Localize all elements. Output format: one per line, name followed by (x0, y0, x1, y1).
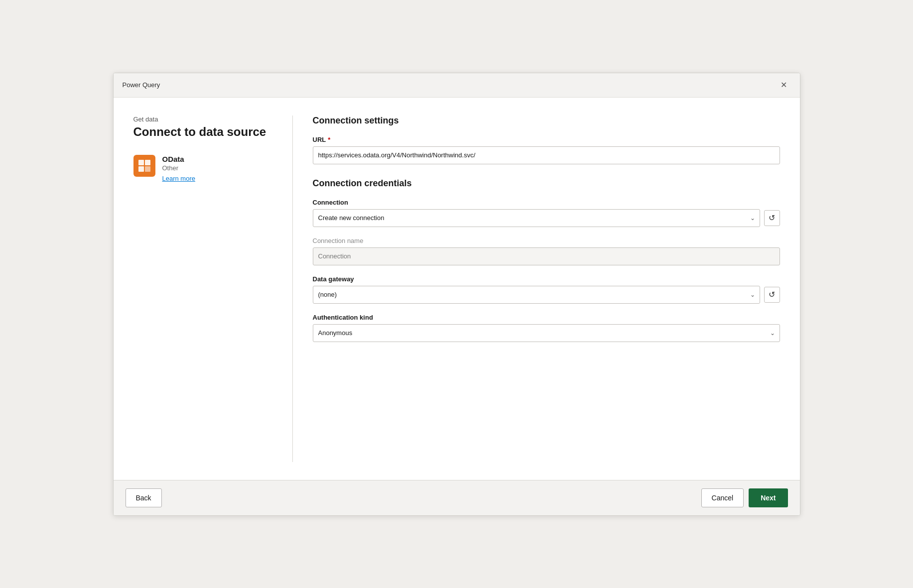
data-gateway-field-group: Data gateway (none) ⌄ ↺ (313, 275, 780, 304)
right-panel: Connection settings URL * Connection cre… (293, 116, 780, 462)
footer: Back Cancel Next (114, 480, 800, 515)
svg-rect-2 (138, 166, 144, 172)
connection-dropdown-wrap: Create new connection ⌄ (313, 209, 760, 227)
connection-dropdown[interactable]: Create new connection (313, 209, 760, 227)
data-gateway-dropdown-wrap: (none) ⌄ (313, 286, 760, 304)
connection-name-field-group: Connection name (313, 237, 780, 265)
auth-kind-label: Authentication kind (313, 314, 780, 321)
footer-right: Cancel Next (701, 488, 788, 507)
dialog: Power Query ✕ Get data Connect to data s… (113, 73, 800, 516)
url-input[interactable] (313, 146, 780, 164)
auth-kind-field-group: Authentication kind Anonymous ⌄ (313, 314, 780, 342)
left-panel: Get data Connect to data source OData Ot… (133, 116, 293, 462)
url-label: URL * (313, 136, 780, 143)
connection-credentials-section: Connection credentials Connection Create… (313, 178, 780, 342)
close-button[interactable]: ✕ (777, 78, 791, 92)
connection-refresh-button[interactable]: ↺ (764, 210, 780, 226)
connection-label: Connection (313, 199, 780, 206)
dialog-title: Power Query (123, 81, 160, 89)
connection-credentials-title: Connection credentials (313, 178, 780, 189)
data-gateway-dropdown-row: (none) ⌄ ↺ (313, 286, 780, 304)
footer-left: Back (126, 488, 162, 507)
connection-settings-section: Connection settings URL * (313, 116, 780, 164)
svg-rect-1 (145, 160, 150, 165)
next-button[interactable]: Next (749, 488, 787, 507)
get-data-label: Get data (133, 116, 276, 123)
connector-name: OData (162, 155, 195, 163)
back-button[interactable]: Back (126, 488, 162, 507)
required-star: * (328, 136, 330, 143)
connection-name-label: Connection name (313, 237, 780, 244)
content-area: Get data Connect to data source OData Ot… (114, 98, 800, 480)
auth-kind-dropdown-wrap: Anonymous ⌄ (313, 324, 780, 342)
data-gateway-refresh-button[interactable]: ↺ (764, 287, 780, 303)
connector-details: OData Other Learn more (162, 155, 195, 182)
connection-field-group: Connection Create new connection ⌄ ↺ (313, 199, 780, 227)
connector-icon (133, 155, 155, 177)
learn-more-link[interactable]: Learn more (162, 175, 195, 182)
url-field-group: URL * (313, 136, 780, 164)
cancel-button[interactable]: Cancel (701, 488, 744, 507)
odata-icon (137, 159, 151, 173)
page-title: Connect to data source (133, 125, 276, 139)
data-gateway-label: Data gateway (313, 275, 780, 283)
connector-info: OData Other Learn more (133, 155, 276, 182)
connection-settings-title: Connection settings (313, 116, 780, 126)
svg-rect-0 (138, 160, 144, 165)
svg-rect-3 (145, 166, 150, 172)
connection-dropdown-row: Create new connection ⌄ ↺ (313, 209, 780, 227)
data-gateway-dropdown[interactable]: (none) (313, 286, 760, 304)
auth-kind-dropdown[interactable]: Anonymous (313, 324, 780, 342)
connection-name-input[interactable] (313, 247, 780, 265)
title-bar: Power Query ✕ (114, 73, 800, 98)
connector-category: Other (162, 164, 195, 172)
